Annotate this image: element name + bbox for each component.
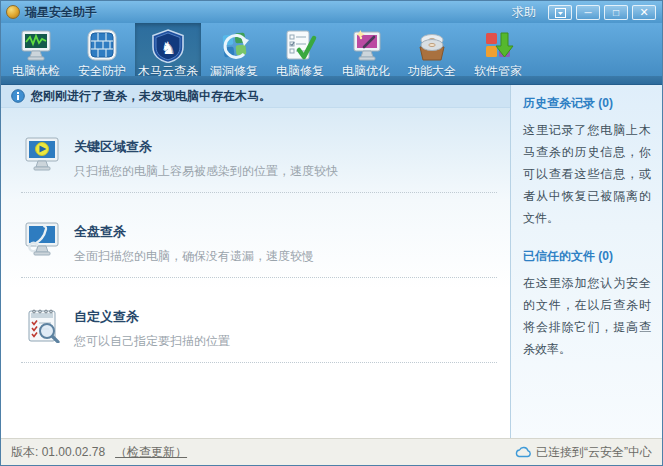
toolbar-item-label: 电脑优化 bbox=[342, 64, 390, 78]
check-update-link[interactable]: （检查更新） bbox=[115, 444, 187, 461]
toolbar-item-features[interactable]: 功能大全 bbox=[399, 23, 465, 84]
menu-button[interactable] bbox=[548, 5, 572, 20]
scan-option-text: 关键区域查杀 只扫描您的电脑上容易被感染到的位置，速度较快 bbox=[74, 137, 338, 180]
scan-option-full-disk[interactable]: 全盘查杀 全面扫描您的电脑，确保没有遗漏，速度较慢 bbox=[1, 193, 510, 277]
scan-option-title: 关键区域查杀 bbox=[74, 138, 338, 156]
minimize-button[interactable]: ─ bbox=[576, 5, 600, 20]
toolbar-item-firewall[interactable]: 安全防护 bbox=[69, 23, 135, 84]
cloud-icon bbox=[515, 446, 531, 458]
svg-text:♞: ♞ bbox=[160, 39, 175, 58]
toolbar-item-computer-repair[interactable]: 电脑修复 bbox=[267, 23, 333, 84]
boxed-arrow-icon bbox=[555, 8, 566, 18]
scan-option-text: 全盘查杀 全面扫描您的电脑，确保没有遗漏，速度较慢 bbox=[74, 222, 314, 265]
toolbar-item-trojan-cloud-scan[interactable]: ♞ 木马云查杀 bbox=[135, 23, 201, 84]
divider bbox=[21, 362, 497, 363]
sidebar-section-history: 历史查杀记录 (0) 这里记录了您电脑上木马查杀的历史信息，你可以查看这些信息，… bbox=[523, 95, 651, 229]
version-label: 版本: 01.00.02.78 bbox=[11, 444, 105, 461]
close-button[interactable]: ✕ bbox=[632, 5, 656, 20]
history-records-link[interactable]: 历史查杀记录 (0) bbox=[523, 95, 651, 112]
scan-option-desc: 您可以自己指定要扫描的位置 bbox=[74, 333, 230, 350]
scan-options-list: 关键区域查杀 只扫描您的电脑上容易被感染到的位置，速度较快 bbox=[1, 108, 510, 438]
toolbar-item-computer-optimize[interactable]: 电脑优化 bbox=[333, 23, 399, 84]
cloud-status: 已连接到“云安全”中心 bbox=[515, 444, 652, 461]
app-window: 瑞星安全助手 求助 ─ □ ✕ bbox=[0, 0, 663, 466]
scan-option-key-area[interactable]: 关键区域查杀 只扫描您的电脑上容易被感染到的位置，速度较快 bbox=[1, 108, 510, 192]
statusbar: 版本: 01.00.02.78 （检查更新） 已连接到“云安全”中心 bbox=[1, 438, 662, 465]
computer-checkup-icon bbox=[18, 28, 54, 64]
computer-optimize-icon bbox=[348, 28, 384, 64]
cloud-status-text: 已连接到“云安全”中心 bbox=[536, 444, 652, 461]
toolbar-item-label: 漏洞修复 bbox=[210, 64, 258, 78]
toolbar-item-vulnerability-fix[interactable]: 漏洞修复 bbox=[201, 23, 267, 84]
scan-option-desc: 全面扫描您的电脑，确保没有遗漏，速度较慢 bbox=[74, 248, 314, 265]
custom-scan-icon bbox=[23, 307, 61, 347]
history-records-desc: 这里记录了您电脑上木马查杀的历史信息，你可以查看这些信息，或者从中恢复已被隔离的… bbox=[523, 119, 651, 229]
toolbar-item-label: 电脑修复 bbox=[276, 64, 324, 78]
titlebar: 瑞星安全助手 求助 ─ □ ✕ bbox=[1, 1, 662, 23]
toolbar-item-label: 功能大全 bbox=[408, 64, 456, 78]
app-body: 您刚刚进行了查杀，未发现电脑中存在木马。 bbox=[1, 85, 662, 438]
features-icon bbox=[414, 28, 450, 64]
help-link[interactable]: 求助 bbox=[512, 4, 536, 21]
toolbar-item-label: 安全防护 bbox=[78, 64, 126, 78]
software-manager-icon bbox=[480, 28, 516, 64]
full-disk-scan-icon bbox=[23, 222, 61, 262]
trojan-cloud-scan-icon: ♞ bbox=[150, 28, 186, 64]
scan-option-text: 自定义查杀 您可以自己指定要扫描的位置 bbox=[74, 307, 230, 350]
info-icon bbox=[11, 89, 25, 103]
sidebar: 历史查杀记录 (0) 这里记录了您电脑上木马查杀的历史信息，你可以查看这些信息，… bbox=[510, 85, 662, 438]
sidebar-section-trusted: 已信任的文件 (0) 在这里添加您认为安全的文件，在以后查杀时将会排除它们，提高… bbox=[523, 248, 651, 360]
scan-option-desc: 只扫描您的电脑上容易被感染到的位置，速度较快 bbox=[74, 163, 338, 180]
toolbar-item-label: 软件管家 bbox=[474, 64, 522, 78]
main-panel: 您刚刚进行了查杀，未发现电脑中存在木马。 bbox=[1, 85, 510, 438]
toolbar-item-computer-checkup[interactable]: 电脑体检 bbox=[3, 23, 69, 84]
titlebar-controls: 求助 ─ □ ✕ bbox=[512, 4, 656, 21]
toolbar-item-software-manager[interactable]: 软件管家 bbox=[465, 23, 531, 84]
main-toolbar: 电脑体检 安全防护 bbox=[1, 23, 662, 85]
toolbar-item-label: 电脑体检 bbox=[12, 64, 60, 78]
toolbar-item-label: 木马云查杀 bbox=[138, 64, 198, 78]
vulnerability-fix-icon bbox=[216, 28, 252, 64]
key-area-scan-icon bbox=[23, 137, 61, 177]
computer-repair-icon bbox=[282, 28, 318, 64]
trusted-files-link[interactable]: 已信任的文件 (0) bbox=[523, 248, 651, 265]
window-title: 瑞星安全助手 bbox=[25, 4, 97, 21]
scan-option-title: 全盘查杀 bbox=[74, 223, 314, 241]
scan-option-custom[interactable]: 自定义查杀 您可以自己指定要扫描的位置 bbox=[1, 278, 510, 362]
trusted-files-desc: 在这里添加您认为安全的文件，在以后查杀时将会排除它们，提高查杀效率。 bbox=[523, 272, 651, 360]
firewall-icon bbox=[84, 28, 120, 64]
scan-result-notice: 您刚刚进行了查杀，未发现电脑中存在木马。 bbox=[1, 85, 510, 108]
scan-option-title: 自定义查杀 bbox=[74, 308, 230, 326]
app-logo-icon bbox=[6, 5, 20, 19]
maximize-button[interactable]: □ bbox=[604, 5, 628, 20]
notice-text: 您刚刚进行了查杀，未发现电脑中存在木马。 bbox=[31, 88, 271, 105]
